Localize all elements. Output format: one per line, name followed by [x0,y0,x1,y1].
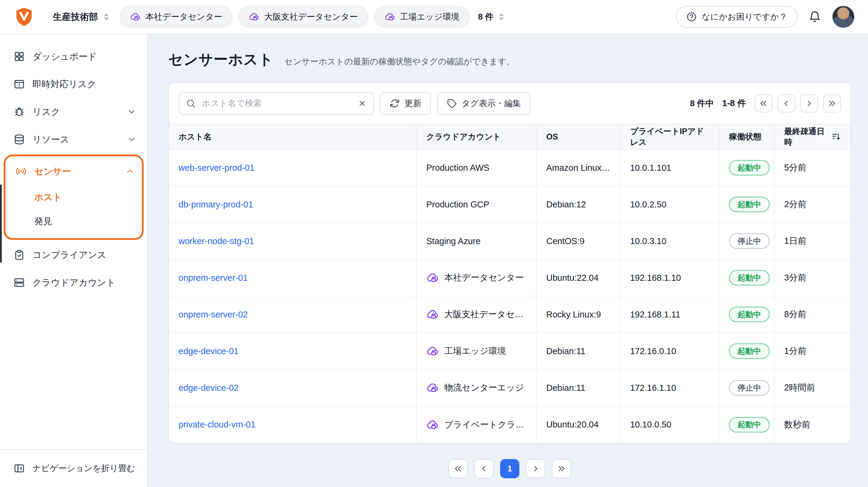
refresh-label: 更新 [405,98,422,109]
column-header-status[interactable]: 稼働状態 [719,124,774,149]
sidebar-item-sensor[interactable]: センサー [5,157,142,185]
refresh-button[interactable]: 更新 [380,92,431,115]
help-label: なにかお困りですか？ [702,11,787,23]
column-header-cloud-account[interactable]: クラウドアカウント [416,124,536,149]
column-header-os[interactable]: OS [536,124,620,149]
account-label: 本社データセンター [444,272,524,284]
host-link[interactable]: edge-device-01 [179,346,239,356]
bottom-pagination: 1 [168,459,851,478]
organization-selector[interactable]: 生産技術部 [53,11,111,23]
sidebar-item-immediate-risk[interactable]: 即時対応リスク [0,70,147,98]
account-label: Staging Azure [426,236,480,246]
sidebar-item-risk[interactable]: リスク [0,98,147,126]
first-page-button[interactable] [754,94,772,113]
sidebar-item-host[interactable]: ホスト [5,185,142,209]
table-row: onprem-server-02 大阪支社データセ… Rocky Linux:9… [169,296,850,333]
host-link[interactable]: edge-device-02 [179,383,239,393]
table-toolbar: 更新 タグ表示・編集 8 件中 1-8 件 [169,83,850,124]
database-icon [13,133,25,146]
table-row: edge-device-01 工場エッジ環境 Debian:11 172.16.… [169,333,850,369]
chevron-left-icon [782,99,791,108]
ip-cell: 192.168.1.10 [630,273,709,283]
column-header-hostname[interactable]: ホスト名 [169,124,416,149]
double-chevron-left-icon [454,464,463,473]
host-link[interactable]: worker-node-stg-01 [179,236,254,246]
status-badge: 停止中 [729,380,770,396]
column-header-last-seen[interactable]: 最終疎通日時 [774,124,850,149]
table-row: onprem-server-01 本社データセンター Ubuntu:22.04 … [169,260,850,296]
collapse-panel-icon [13,462,25,475]
sidebar-item-resources[interactable]: リソース [0,126,147,153]
sidebar-item-dashboard[interactable]: ダッシュボード [0,43,147,70]
time-cell: 数秒前 [784,419,841,431]
next-page-button[interactable] [526,459,545,478]
search-box [179,92,374,115]
account-label: 物流センターエッジ [444,382,524,394]
account-cell: 大阪支社データセ… [426,308,526,321]
os-cell: Debian:11 [546,383,610,393]
ip-cell: 172.16.0.10 [630,346,709,356]
os-cell: Ubuntu:20.04 [546,420,610,430]
host-link[interactable]: onprem-server-02 [179,310,248,319]
chevron-up-icon [125,166,135,176]
previous-page-button[interactable] [777,94,795,113]
close-icon [358,99,367,108]
app-logo[interactable] [12,5,36,29]
page-subtitle: センサーホストの最新の稼働状態やタグの確認ができます。 [284,56,515,67]
host-table: ホスト名 クラウドアカウント OS プライベートIPアドレス 稼働状態 最終疎通… [169,124,850,443]
previous-page-button[interactable] [474,459,494,478]
status-badge: 停止中 [729,233,770,249]
environment-badge-label: 工場エッジ環境 [400,11,460,23]
sidebar-item-compliance[interactable]: コンプライアンス [0,241,147,269]
clear-search-button[interactable] [354,95,370,112]
notifications-button[interactable] [808,10,821,23]
double-chevron-right-icon [557,464,566,473]
last-page-button[interactable] [823,94,841,113]
account-cell: 工場エッジ環境 [426,345,526,358]
sidebar-item-cloud-accounts[interactable]: クラウドアカウント [0,269,147,296]
sidebar-scrollbar[interactable] [0,185,2,263]
sidebar-footer: ナビゲーションを折り畳む [0,449,147,487]
host-list-card: 更新 タグ表示・編集 8 件中 1-8 件 [168,82,851,444]
host-link[interactable]: web-server-prod-01 [179,163,254,173]
status-badge: 起動中 [729,417,770,433]
host-link[interactable]: private-cloud-vm-01 [179,420,255,429]
cloud-lock-icon [130,11,141,22]
search-input[interactable] [179,92,374,115]
user-avatar[interactable] [832,5,855,28]
first-page-button[interactable] [448,459,468,478]
server-stack-icon [13,277,25,288]
environment-badge[interactable]: 大阪支社データセンター [238,6,368,28]
column-header-private-ip[interactable]: プライベートIPアドレス [620,124,719,149]
sidebar-item-discovery[interactable]: 発見 [5,209,142,233]
environment-badge[interactable]: 工場エッジ環境 [374,6,470,28]
host-link[interactable]: db-primary-prod-01 [179,200,253,209]
page-number-button[interactable]: 1 [500,459,519,478]
cloud-lock-icon [249,11,259,22]
last-page-button[interactable] [552,459,571,478]
cloud-lock-icon [426,382,439,394]
sort-descending-icon[interactable] [831,132,841,142]
account-label: 大阪支社データセ… [444,308,523,321]
chevron-left-icon [479,464,488,473]
time-cell: 1日前 [784,235,841,247]
page-title: センサーホスト [168,50,274,69]
next-page-button[interactable] [800,94,818,113]
host-link[interactable]: onprem-server-01 [179,273,248,282]
app-root: 生産技術部 本社データセンター 大阪支社データセンター 工場エッジ環境 8 件 … [0,0,868,487]
os-cell: Debian:12 [546,200,610,210]
time-cell: 5分前 [784,162,841,174]
help-button[interactable]: なにかお困りですか？ [676,6,798,28]
sidebar-item-label: 即時対応リスク [32,78,96,90]
environment-count-selector[interactable]: 8 件 [478,11,506,23]
account-cell: Production GCP [426,200,526,210]
chevron-down-icon [127,107,136,117]
time-cell: 2分前 [784,199,841,210]
environment-badge[interactable]: 本社データセンター [120,6,232,28]
account-label: Production GCP [426,200,489,210]
cloud-lock-icon [426,271,439,284]
status-badge: 起動中 [729,196,770,212]
tag-edit-button[interactable]: タグ表示・編集 [437,92,530,115]
collapse-navigation-button[interactable]: ナビゲーションを折り畳む [0,453,147,483]
status-badge: 起動中 [729,270,770,285]
